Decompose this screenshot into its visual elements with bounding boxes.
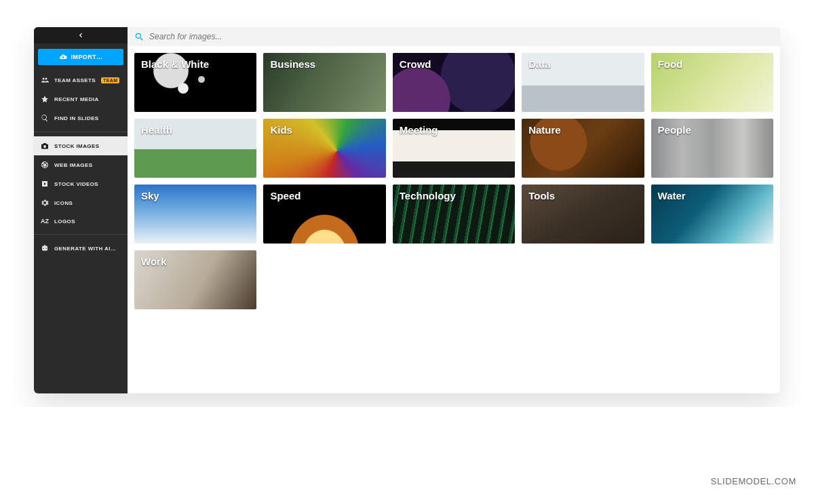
sidebar-item-label: STOCK VIDEOS	[54, 181, 98, 187]
sidebar: IMPORT… TEAM ASSETS TEAM RECENT MEDIA FI…	[34, 27, 128, 393]
sidebar-item-team-assets[interactable]: TEAM ASSETS TEAM	[34, 71, 128, 90]
chevron-left-icon	[77, 32, 84, 39]
sidebar-item-recent-media[interactable]: RECENT MEDIA	[34, 90, 128, 109]
tile-label: Kids	[263, 119, 299, 178]
globe-icon	[41, 161, 49, 169]
tile-label: Data	[522, 53, 558, 112]
category-tile-data[interactable]: Data	[522, 53, 644, 112]
tile-label: Water	[651, 185, 693, 244]
sidebar-separator	[34, 132, 128, 132]
search-slides-icon	[41, 114, 49, 122]
people-icon	[41, 76, 49, 84]
tile-label: Meeting	[393, 119, 445, 178]
sidebar-item-icons[interactable]: ICONS	[34, 193, 128, 212]
category-tile-water[interactable]: Water	[651, 185, 773, 244]
az-icon: AZ	[41, 218, 49, 225]
sidebar-item-stock-videos[interactable]: STOCK VIDEOS	[34, 174, 128, 193]
search-icon	[134, 32, 144, 41]
category-tile-speed[interactable]: Speed	[263, 185, 385, 244]
sidebar-item-stock-images[interactable]: STOCK IMAGES	[34, 136, 128, 155]
tile-label: Crowd	[393, 53, 438, 112]
sidebar-item-label: GENERATE WITH AI…	[54, 246, 116, 252]
sidebar-item-label: STOCK IMAGES	[54, 143, 99, 149]
video-icon	[41, 180, 49, 188]
tile-label: Work	[134, 250, 173, 309]
category-tile-health[interactable]: Health	[134, 119, 256, 178]
sidebar-item-label: WEB IMAGES	[54, 162, 92, 168]
category-tile-meeting[interactable]: Meeting	[393, 119, 515, 178]
tile-label: Speed	[263, 185, 307, 244]
svg-point-0	[136, 33, 140, 38]
tile-label: Nature	[522, 119, 568, 178]
sidebar-item-label: RECENT MEDIA	[54, 96, 99, 102]
sidebar-item-label: TEAM ASSETS	[54, 77, 96, 83]
category-grid: Black & White Business Crowd Data Food H…	[128, 46, 780, 316]
star-icon	[41, 95, 49, 103]
import-label: IMPORT…	[71, 54, 103, 60]
tile-label: Technology	[393, 185, 463, 244]
sidebar-item-label: ICONS	[54, 200, 73, 206]
sidebar-item-find-in-slides[interactable]: FIND IN SLIDES	[34, 109, 128, 128]
tile-label: Food	[651, 53, 690, 112]
category-tile-technology[interactable]: Technology	[393, 185, 515, 244]
sidebar-item-label: LOGOS	[54, 218, 75, 225]
app-frame: IMPORT… TEAM ASSETS TEAM RECENT MEDIA FI…	[34, 27, 780, 393]
sidebar-item-web-images[interactable]: WEB IMAGES	[34, 155, 128, 174]
category-tile-black-white[interactable]: Black & White	[134, 53, 256, 112]
camera-icon	[41, 142, 49, 150]
search-bar	[128, 27, 780, 46]
category-tile-tools[interactable]: Tools	[522, 185, 644, 244]
cloud-upload-icon	[59, 53, 67, 61]
sidebar-item-generate-ai[interactable]: GENERATE WITH AI…	[34, 239, 128, 258]
sidebar-item-logos[interactable]: AZ LOGOS	[34, 212, 128, 230]
category-tile-crowd[interactable]: Crowd	[393, 53, 515, 112]
category-tile-nature[interactable]: Nature	[522, 119, 644, 178]
tile-label: People	[651, 119, 698, 178]
tile-label: Business	[263, 53, 322, 112]
category-tile-sky[interactable]: Sky	[134, 185, 256, 244]
category-tile-work[interactable]: Work	[134, 250, 256, 309]
gear-icon	[41, 199, 49, 207]
import-button[interactable]: IMPORT…	[38, 49, 123, 65]
search-input[interactable]	[149, 32, 773, 41]
tile-label: Sky	[134, 185, 166, 244]
category-tile-business[interactable]: Business	[263, 53, 385, 112]
main: Black & White Business Crowd Data Food H…	[128, 27, 780, 393]
tile-label: Tools	[522, 185, 562, 244]
category-tile-kids[interactable]: Kids	[263, 119, 385, 178]
svg-line-1	[140, 38, 143, 41]
back-button[interactable]	[34, 27, 128, 43]
tile-label: Black & White	[134, 53, 216, 112]
team-badge: TEAM	[101, 77, 119, 83]
robot-icon	[41, 244, 49, 252]
sidebar-separator	[34, 234, 128, 235]
sidebar-item-label: FIND IN SLIDES	[54, 115, 99, 121]
tile-label: Health	[134, 119, 179, 178]
category-tile-people[interactable]: People	[651, 119, 773, 178]
category-tile-food[interactable]: Food	[651, 53, 773, 112]
